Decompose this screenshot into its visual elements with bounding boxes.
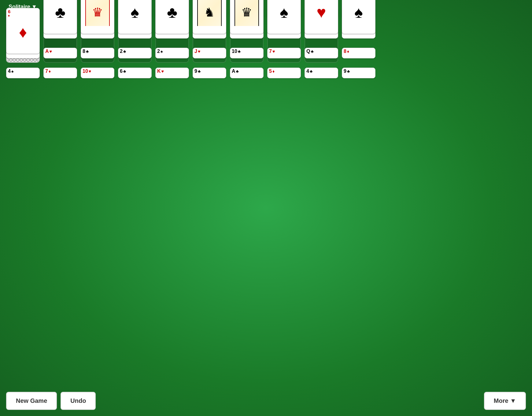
table-row[interactable]: 4♣ xyxy=(305,68,338,78)
table-row[interactable]: 2♣ xyxy=(118,48,152,58)
table-row[interactable]: A♣ xyxy=(230,68,264,78)
undo-button[interactable]: Undo xyxy=(61,392,96,410)
header: Solitaire ▼ Spider ▼ xyxy=(0,0,532,14)
table-row[interactable]: 7♦ xyxy=(43,68,77,78)
table-row[interactable]: 10♣♣ xyxy=(155,0,189,34)
table-row[interactable]: Q♦♛ xyxy=(81,0,114,34)
table-row[interactable]: 10♣ xyxy=(230,48,264,58)
table-row[interactable]: 5♠♠ xyxy=(342,0,375,34)
table-row[interactable]: J♥ xyxy=(193,48,226,58)
table-row[interactable]: 10♥ xyxy=(81,68,114,78)
table-row[interactable]: K♥ xyxy=(155,68,189,78)
table-row[interactable]: 9♣ xyxy=(342,68,375,78)
table-row[interactable]: 5♦ xyxy=(267,68,301,78)
game-area: 4♠7♣6♥6♦♦7♦A♥9♦5♣7♣♣10♥8♣K♦9♥Q♦♛6♣2♣J♠10… xyxy=(0,14,532,71)
table-row[interactable]: 7♥ xyxy=(267,48,301,58)
table-row[interactable]: 8♠♠ xyxy=(118,0,152,34)
table-row[interactable]: 6♣ xyxy=(118,68,152,78)
bottom-left-buttons: New Game Undo xyxy=(6,392,96,410)
more-button[interactable]: More ▼ xyxy=(484,392,526,410)
table-row[interactable]: 4♠ xyxy=(6,68,40,78)
table-row[interactable]: Q♠♛ xyxy=(230,0,264,34)
table-row[interactable]: 8♦ xyxy=(342,48,375,58)
table-row[interactable]: 6♦♦ xyxy=(6,8,40,54)
table-row[interactable]: 9♣ xyxy=(193,68,226,78)
new-game-button[interactable]: New Game xyxy=(6,392,57,410)
table-row[interactable]: 10♠♠ xyxy=(267,0,301,34)
table-row[interactable]: J♣♞ xyxy=(193,0,226,34)
table-row[interactable]: 2♠ xyxy=(155,48,189,58)
table-row[interactable]: 8♣ xyxy=(81,48,114,58)
table-row[interactable]: Q♣ xyxy=(305,48,338,58)
table-row[interactable]: 7♣♣ xyxy=(43,0,77,34)
table-row[interactable]: 8♥♥ xyxy=(305,0,338,34)
bottom-bar: New Game Undo More ▼ xyxy=(6,392,526,410)
table-row[interactable]: A♥ xyxy=(43,48,77,58)
